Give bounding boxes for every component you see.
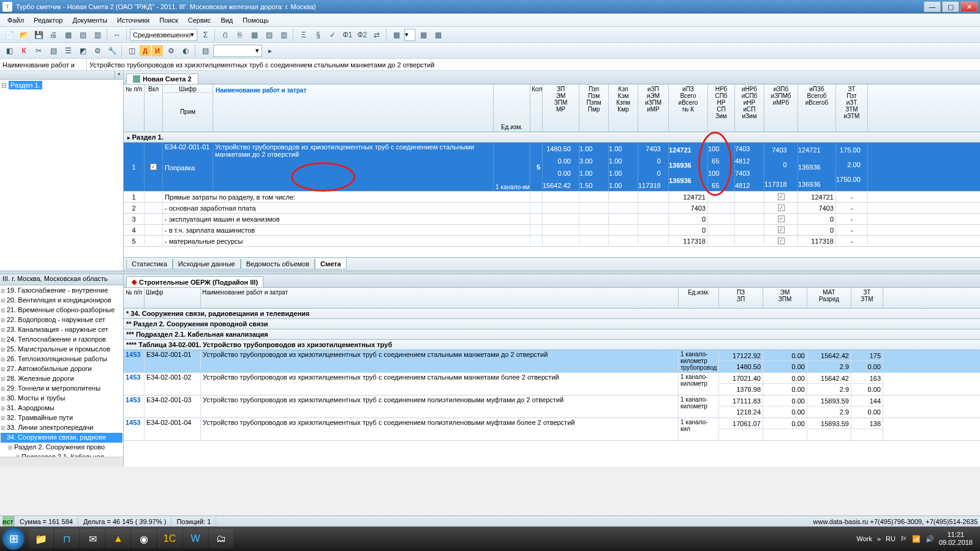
small-combo[interactable]: ▾ bbox=[404, 29, 415, 41]
catalog-tree-item[interactable]: ⊞Подраздел 2.1. Кабельная bbox=[1, 452, 123, 457]
tool-icon[interactable]: § bbox=[311, 28, 325, 42]
tray-network-icon[interactable]: 📶 bbox=[912, 535, 921, 543]
catalog-tree-item[interactable]: ⊞28. Железные дороги bbox=[1, 374, 123, 384]
menu-item[interactable]: Вид bbox=[216, 15, 238, 25]
save-icon[interactable]: 💾 bbox=[32, 28, 45, 42]
new-icon[interactable]: 📄 bbox=[2, 28, 16, 42]
tool-icon[interactable]: ◧ bbox=[2, 44, 16, 58]
gear-icon[interactable]: ⚙ bbox=[164, 44, 178, 58]
summary-row[interactable]: 1 Прямые затраты по разделу, в том числе… bbox=[124, 192, 980, 203]
category-row[interactable]: Подраздел 2.1. Кабельная канализация bbox=[124, 329, 980, 340]
catalog-tree-item[interactable]: ⊞Раздел 2. Сооружения прово bbox=[1, 443, 123, 452]
chrome-icon[interactable]: ◉ bbox=[132, 529, 156, 549]
catalog-tree-item[interactable]: ⊞22. Водопровод - наружные сет bbox=[1, 315, 123, 325]
explorer-icon[interactable]: 📁 bbox=[29, 529, 53, 549]
catalog-item-row[interactable]: 1453 Е34-02-001-04 Устройство трубопрово… bbox=[124, 418, 980, 441]
open-icon[interactable]: 📂 bbox=[17, 28, 31, 42]
bottom-tab[interactable]: Исходные данные bbox=[173, 259, 241, 269]
estimate-row-selected[interactable]: 1 ✓ Е34-02-001-01 Поправка Устройство тр… bbox=[124, 143, 980, 192]
tool-icon[interactable]: ◐ bbox=[179, 44, 192, 58]
tool-icon[interactable]: ✓ bbox=[326, 28, 339, 42]
tool-icon[interactable]: ✂ bbox=[32, 44, 45, 58]
tool-icon[interactable]: ⎙ bbox=[218, 28, 232, 42]
tool-icon[interactable]: ▦ bbox=[431, 28, 445, 42]
catalog-tree-item[interactable]: ⊞24. Теплоснабжение и газопров bbox=[1, 335, 123, 345]
close-button[interactable]: ✕ bbox=[960, 1, 978, 12]
horizontal-scrollbar[interactable] bbox=[0, 457, 123, 467]
tree-section[interactable]: Раздел 1. bbox=[9, 81, 42, 89]
tool-icon[interactable]: ⎘ bbox=[233, 28, 246, 42]
catalog-tree-item[interactable]: ⊞32. Трамвайные пути bbox=[1, 413, 123, 423]
catalog-item-row[interactable]: 1453 Е34-02-001-02 Устройство трубопрово… bbox=[124, 373, 980, 395]
expand-icon[interactable]: ↔ bbox=[110, 28, 124, 42]
tray-lang[interactable]: RU bbox=[886, 535, 895, 542]
app-icon[interactable]: ⊓ bbox=[55, 529, 79, 549]
pane-close-icon[interactable]: × bbox=[115, 71, 123, 80]
catalog-tree-item[interactable]: ⊞30. Мосты и трубы bbox=[1, 394, 123, 403]
tool-icon[interactable]: Ф1 bbox=[341, 28, 354, 42]
menu-item[interactable]: Источники bbox=[112, 15, 154, 25]
tool-icon[interactable]: Ξ bbox=[296, 28, 310, 42]
catalog-tree-item[interactable]: ⊞31. Аэродромы bbox=[1, 403, 123, 413]
tool-icon[interactable]: ▸ bbox=[263, 44, 277, 58]
tray-volume-icon[interactable]: 🔊 bbox=[925, 535, 934, 543]
bottom-tab[interactable]: Ведомость объемов bbox=[241, 259, 315, 269]
catalog-tree-item[interactable]: ⊞33. Линии электропередачи bbox=[1, 423, 123, 433]
catalog-tree[interactable]: ⊞19. Газоснабжение - внутренние⊞20. Вент… bbox=[0, 285, 123, 457]
menu-item[interactable]: Файл bbox=[2, 15, 29, 25]
tool-icon[interactable]: ◫ bbox=[125, 44, 138, 58]
tray-flag-icon[interactable]: 🏳 bbox=[900, 535, 907, 542]
catalog-item-row[interactable]: 1453 Е34-02-001-01 Устройство трубопрово… bbox=[124, 350, 980, 373]
i-letter-icon[interactable]: И bbox=[152, 45, 163, 56]
tray-clock[interactable]: 11:2109.02.2018 bbox=[939, 531, 973, 547]
category-row[interactable]: Таблица 34-02-001. Устройство трубопрово… bbox=[124, 340, 980, 350]
tool-icon[interactable]: ▦ bbox=[417, 28, 430, 42]
1c-icon[interactable]: 1С bbox=[157, 529, 182, 549]
d-letter-icon[interactable]: Д bbox=[140, 45, 151, 56]
menu-item[interactable]: Редактор bbox=[29, 15, 67, 25]
bottom-tab-active[interactable]: Смета bbox=[315, 259, 347, 269]
tool-icon[interactable]: ▤ bbox=[47, 44, 60, 58]
maximize-button[interactable]: ▢ bbox=[942, 1, 959, 12]
category-row[interactable]: 34. Сооружения связи, радиовещания и тел… bbox=[124, 309, 980, 319]
tool-icon[interactable]: ▦ bbox=[247, 28, 261, 42]
app-icon[interactable]: 🗂 bbox=[209, 529, 233, 549]
empty-combo[interactable]: ▾ bbox=[213, 45, 262, 57]
summary-row[interactable]: 5 - материальные ресурсы 117318 ✓ 117318… bbox=[124, 236, 980, 247]
catalog-tree-item[interactable]: ⊞20. Вентиляция и кондициониров bbox=[1, 296, 123, 305]
tool-icon[interactable]: ▤ bbox=[262, 28, 276, 42]
tray-chevron-icon[interactable]: » bbox=[877, 535, 881, 542]
thunderbird-icon[interactable]: ✉ bbox=[80, 529, 105, 549]
summary-row[interactable]: 3 - эксплуатация машин и механизмов 0 ✓ … bbox=[124, 214, 980, 225]
menu-item[interactable]: Сервис bbox=[183, 15, 216, 25]
catalog-tree-item[interactable]: ⊞26. Теплоизоляционные работы bbox=[1, 354, 123, 364]
summary-row[interactable]: 4 - в т.ч. зарплата машинистов 0 ✓ 0 - bbox=[124, 225, 980, 236]
catalog-tree-item[interactable]: ⊞25. Магистральные и промыслов bbox=[1, 345, 123, 354]
menu-item[interactable]: Документы bbox=[67, 15, 112, 25]
tool-icon[interactable]: ☰ bbox=[61, 44, 75, 58]
catalog-body[interactable]: 34. Сооружения связи, радиовещания и тел… bbox=[124, 309, 980, 467]
app-icon[interactable]: ▲ bbox=[106, 529, 130, 549]
minimize-button[interactable]: — bbox=[924, 1, 941, 12]
tool-icon[interactable]: ▦ bbox=[390, 28, 403, 42]
sigma-icon[interactable]: Σ bbox=[198, 28, 212, 42]
tool-icon[interactable]: ▤ bbox=[198, 44, 212, 58]
doc-tab[interactable]: Новая Смета 2 bbox=[126, 73, 198, 84]
menu-item[interactable]: Помощь bbox=[238, 15, 274, 25]
catalog-item-row[interactable]: 1453 Е34-02-001-03 Устройство трубопрово… bbox=[124, 395, 980, 418]
catalog-tree-item[interactable]: ⊞19. Газоснабжение - внутренние bbox=[1, 286, 123, 296]
tool-icon[interactable]: ▥ bbox=[277, 28, 290, 42]
catalog-tab[interactable]: ◆Строительные ОЕРЖ (Подрайон III) bbox=[126, 276, 263, 287]
bottom-tab[interactable]: Статистика bbox=[126, 259, 173, 269]
catalog-tree-item[interactable]: ⊞34. Сооружения связи, радиове bbox=[1, 433, 123, 443]
tool-icon[interactable]: ⚙ bbox=[91, 44, 104, 58]
tool-icon[interactable]: ◩ bbox=[76, 44, 89, 58]
catalog-tree-item[interactable]: ⊞29. Тоннели и метрополитены bbox=[1, 384, 123, 394]
grid-body[interactable]: Раздел 1. 1 ✓ Е34-02-001-01 Поправка Уст… bbox=[124, 132, 980, 255]
catalog-tree-item[interactable]: ⊞21. Временные сборно-разборные bbox=[1, 305, 123, 315]
section-row[interactable]: Раздел 1. bbox=[124, 132, 980, 143]
summary-row[interactable]: 2 - основная заработная плата 7403 ✓ 740… bbox=[124, 203, 980, 214]
menu-item[interactable]: Поиск bbox=[154, 15, 183, 25]
tool-icon[interactable]: ⇄ bbox=[370, 28, 383, 42]
field-value[interactable]: Устройство трубопроводов из хризотилцеме… bbox=[87, 59, 980, 71]
